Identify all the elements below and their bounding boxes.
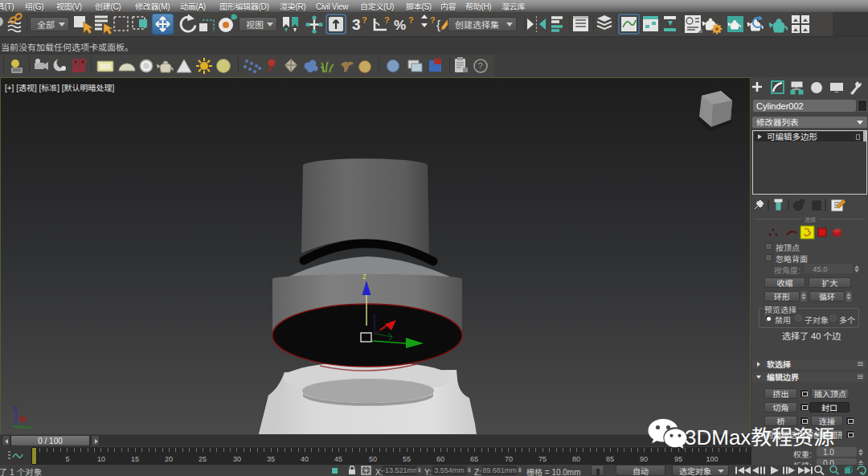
svg-text:{: { <box>436 18 440 31</box>
svg-text:?: ? <box>362 15 367 25</box>
svg-text:?: ? <box>408 15 414 25</box>
svg-text:?: ? <box>384 15 390 25</box>
svg-text:?: ? <box>430 15 436 25</box>
svg-text:%: % <box>394 18 406 33</box>
svg-text:?: ? <box>478 61 483 71</box>
svg-text:3: 3 <box>352 16 361 33</box>
svg-text:z: z <box>362 272 366 281</box>
svg-text:z: z <box>12 404 16 412</box>
